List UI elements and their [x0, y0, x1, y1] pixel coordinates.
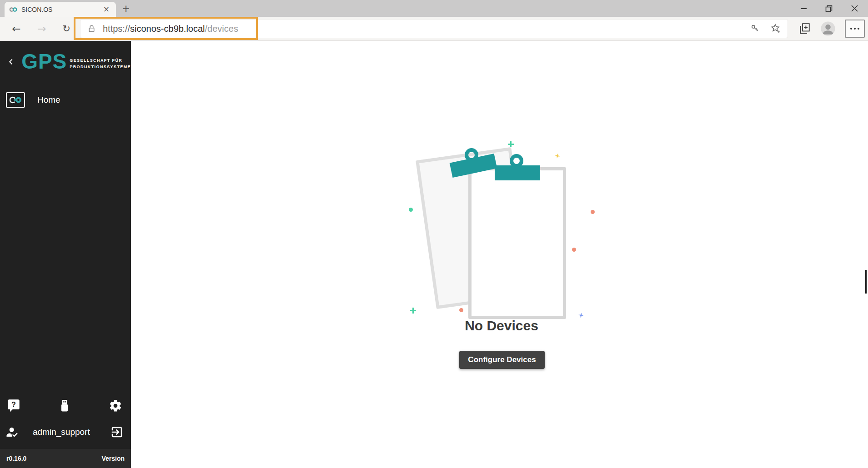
url-text: https://siconos-cb9b.local/devices [103, 24, 238, 34]
confetti-dot [459, 308, 463, 312]
settings-button[interactable] [105, 398, 125, 413]
brand-subtitle-line1: GESELLSCHAFT FÜR [70, 58, 122, 63]
home-logo-icon [6, 92, 25, 108]
favorite-star-button[interactable] [770, 23, 781, 34]
confetti-dot [572, 248, 576, 252]
tab-close-icon[interactable]: × [101, 5, 111, 14]
sidebar-item-label: Home [37, 95, 60, 105]
tab-strip: SICON.OS × + [0, 0, 868, 17]
collections-icon [799, 23, 811, 35]
cursor-artifact [865, 270, 867, 294]
version-bar: r0.16.0 Version [0, 449, 131, 468]
brand-subtitle-line2: PRODUKTIONSSYSTEME [70, 65, 131, 69]
sidebar-tools: ? [0, 398, 131, 413]
key-icon [750, 24, 760, 34]
new-tab-button[interactable]: + [120, 2, 132, 15]
browser-tab[interactable]: SICON.OS × [5, 2, 116, 17]
sicon-favicon-icon [9, 5, 17, 14]
address-bar[interactable]: https://siconos-cb9b.local/devices [80, 19, 788, 38]
more-dot [858, 28, 859, 30]
back-button[interactable]: ← [7, 17, 25, 40]
more-dot [850, 28, 852, 30]
profile-button[interactable] [820, 20, 836, 37]
sidebar: GPS GESELLSCHAFT FÜR PRODUKTIONSSYSTEME … [0, 41, 131, 468]
sidebar-user-row: admin_support [0, 425, 131, 439]
brand-subtitle: GESELLSCHAFT FÜR PRODUKTIONSSYSTEME [70, 53, 131, 70]
brand-logo: GPS GESELLSCHAFT FÜR PRODUKTIONSSYSTEME [21, 52, 131, 71]
lock-icon [87, 24, 96, 34]
minimize-icon [801, 8, 807, 9]
sidebar-header: GPS GESELLSCHAFT FÜR PRODUKTIONSSYSTEME [0, 41, 131, 75]
user-name: admin_support [33, 427, 110, 437]
usb-icon [59, 399, 70, 413]
version-label: Version [101, 455, 125, 462]
restore-icon [825, 5, 833, 12]
tab-title: SICON.OS [21, 6, 101, 13]
sidebar-spacer [0, 110, 131, 398]
confetti-sparkle [554, 153, 561, 159]
user-check-icon [5, 425, 19, 439]
sidebar-item-home[interactable]: Home [0, 90, 131, 110]
password-key-button[interactable] [750, 24, 760, 34]
window-minimize-button[interactable] [791, 0, 816, 17]
window-controls [791, 0, 867, 17]
main-content: No Devices Configure Devices [131, 41, 868, 468]
help-icon: ? [7, 399, 20, 413]
more-dot [854, 28, 856, 30]
confetti-dot [409, 208, 413, 212]
avatar-icon [820, 21, 836, 36]
configure-devices-button[interactable]: Configure Devices [459, 351, 545, 369]
url-scheme: https:// [103, 24, 130, 34]
url-host: siconos-cb9b.local [130, 24, 205, 34]
collections-button[interactable] [797, 20, 813, 37]
window-restore-button[interactable] [816, 0, 842, 17]
svg-text:?: ? [11, 400, 16, 408]
reload-button[interactable]: ↻ [57, 17, 75, 40]
confetti-dot [591, 210, 595, 214]
url-path: /devices [205, 24, 238, 34]
window-close-button[interactable] [842, 0, 867, 17]
clipboard-front-clip [495, 165, 540, 180]
confetti-sparkle [578, 312, 584, 319]
confetti-plus [508, 141, 514, 147]
usb-button[interactable] [55, 398, 75, 413]
collapse-chevron-icon[interactable] [8, 56, 14, 68]
confetti-plus [410, 308, 416, 314]
close-icon [851, 5, 858, 12]
browser-menu-button[interactable] [845, 20, 865, 38]
brand-name: GPS [21, 52, 67, 71]
clipboard-front [468, 167, 566, 319]
version-value: r0.16.0 [6, 455, 26, 462]
gear-icon [109, 399, 122, 413]
help-button[interactable]: ? [4, 398, 24, 413]
empty-state-title: No Devices [411, 318, 592, 334]
browser-toolbar: ← → ↻ https://siconos-cb9b.local/devices [0, 17, 868, 41]
forward-button: → [33, 17, 51, 40]
logout-icon[interactable] [110, 425, 124, 439]
star-add-icon [770, 23, 781, 34]
